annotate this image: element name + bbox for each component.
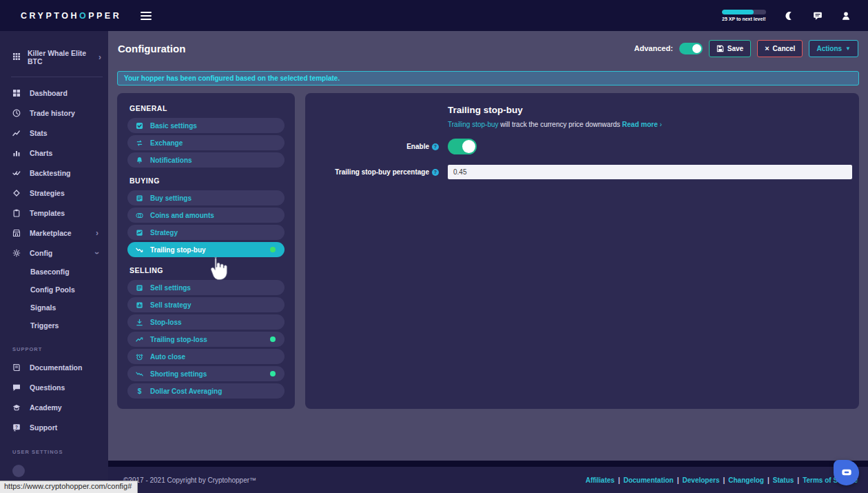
- cancel-button[interactable]: × Cancel: [757, 40, 803, 57]
- advanced-toggle[interactable]: [679, 43, 703, 54]
- xp-progress: 25 XP to next level!: [722, 10, 766, 21]
- sidebar-subitem-baseconfig[interactable]: Baseconfig: [0, 263, 108, 281]
- exchange-icon: [136, 139, 144, 147]
- chat-icon: [12, 383, 21, 392]
- sidebar-item-documentation[interactable]: Documentation: [0, 357, 108, 377]
- alarm-icon: [136, 353, 144, 361]
- save-icon: [716, 45, 724, 52]
- chat-widget-button[interactable]: [834, 460, 859, 485]
- chat-bubble-icon: [840, 466, 854, 480]
- config-nav-trailing-stop-buy[interactable]: Trailing stop-buy: [127, 242, 285, 257]
- config-nav-stop-loss[interactable]: Stop-loss: [127, 314, 285, 330]
- config-nav-basic-settings[interactable]: Basic settings: [127, 118, 285, 133]
- enable-toggle[interactable]: [448, 139, 477, 154]
- clock-icon: [12, 109, 21, 117]
- sidebar-nav: Dashboard Trade history Stats Charts Bac…: [0, 83, 108, 334]
- hopper-selector[interactable]: Killer Whale Elite BTC ›: [0, 31, 108, 77]
- xp-progress-fill: [722, 10, 754, 14]
- actions-dropdown-button[interactable]: Actions ▼: [809, 40, 858, 57]
- footer-link-changelog[interactable]: Changelog: [728, 476, 764, 484]
- close-icon: ×: [765, 45, 769, 52]
- sidebar-item-support[interactable]: ?Support: [0, 417, 108, 437]
- sidebar-item-dashboard[interactable]: Dashboard: [0, 83, 108, 103]
- enable-label: Enable?: [305, 143, 439, 150]
- save-button[interactable]: Save: [709, 40, 751, 57]
- sidebar-item-strategies[interactable]: Strategies: [0, 183, 108, 203]
- enabled-dot: [270, 371, 276, 376]
- sidebar-item-academy[interactable]: Academy: [0, 397, 108, 417]
- gear-icon: [12, 249, 21, 257]
- config-nav-shorting-settings[interactable]: Shorting settings: [127, 366, 285, 381]
- diamond-icon: [12, 189, 21, 197]
- trail-short-icon: [136, 370, 144, 378]
- chevron-down-icon: ›: [93, 252, 101, 254]
- sidebar-item-templates[interactable]: Templates: [0, 203, 108, 223]
- read-more-link[interactable]: Read more: [622, 121, 658, 128]
- sidebar-item-stats[interactable]: Stats: [0, 123, 108, 143]
- footer-links: Affiliates|Documentation|Developers|Chan…: [586, 476, 858, 484]
- xp-progress-bar: [722, 10, 766, 14]
- config-nav-auto-close[interactable]: Auto close: [127, 349, 285, 364]
- messages-icon[interactable]: [813, 11, 823, 21]
- trail-down-icon: [136, 246, 144, 254]
- check-square-icon: [136, 122, 144, 130]
- config-nav-dollar-cost-averaging[interactable]: $Dollar Cost Averaging: [127, 383, 285, 399]
- enable-row: Enable?: [305, 139, 859, 154]
- config-nav-notifications[interactable]: Notifications: [127, 152, 285, 168]
- browser-status-url: https://www.cryptohopper.com/config#: [0, 481, 138, 493]
- footer-strip: [108, 461, 868, 467]
- info-icon[interactable]: ?: [432, 169, 439, 176]
- svg-text:$: $: [138, 388, 142, 395]
- sidebar-subitem-config-pools[interactable]: Config Pools: [0, 281, 108, 299]
- sidebar-subitem-triggers[interactable]: Triggers: [0, 316, 108, 334]
- user-icon[interactable]: [841, 11, 851, 21]
- sidebar-subitem-signals[interactable]: Signals: [0, 299, 108, 316]
- cryptohopper-logo[interactable]: CRYPTOHOPPER: [21, 11, 121, 21]
- chevron-right-icon: ›: [96, 229, 99, 237]
- stop-loss-icon: [136, 319, 144, 326]
- support-section-header: SUPPORT: [0, 334, 108, 357]
- footer-link-documentation[interactable]: Documentation: [623, 476, 674, 484]
- sidebar-divider: [11, 77, 103, 77]
- page-header: Configuration Advanced: Save × Cancel Ac…: [108, 31, 868, 66]
- trend-up-icon: [12, 129, 21, 137]
- config-nav-coins-and-amounts[interactable]: Coins and amounts: [127, 208, 285, 223]
- advanced-label: Advanced:: [634, 44, 673, 52]
- ledger-icon: [136, 284, 144, 292]
- footer-link-developers[interactable]: Developers: [683, 476, 720, 484]
- percentage-row: Trailing stop-buy percentage?: [305, 165, 859, 179]
- svg-text:?: ?: [15, 424, 18, 429]
- percentage-input[interactable]: [448, 165, 852, 179]
- sidebar-item-config[interactable]: Config ›: [0, 243, 108, 263]
- sidebar-item-backtesting[interactable]: Backtesting: [0, 163, 108, 183]
- strategy-square-icon: [136, 229, 144, 237]
- config-nav-sell-strategy[interactable]: Sell strategy: [127, 297, 285, 312]
- sidebar-item-questions[interactable]: Questions: [0, 377, 108, 397]
- dark-mode-icon[interactable]: [785, 11, 794, 21]
- config-nav-panel: GENERAL Basic settings Exchange Notifica…: [117, 93, 295, 409]
- double-check-icon: [12, 169, 21, 177]
- config-section-buying: BUYING: [130, 177, 285, 185]
- dashboard-icon: [12, 89, 21, 97]
- menu-toggle-icon[interactable]: [141, 10, 152, 22]
- bell-icon: [136, 157, 144, 164]
- user-settings-icon: [12, 465, 25, 477]
- footer-link-status[interactable]: Status: [773, 476, 794, 484]
- grad-cap-icon: [12, 403, 21, 412]
- config-nav-trailing-stop-loss[interactable]: Trailing stop-loss: [127, 332, 285, 347]
- config-nav-sell-settings[interactable]: Sell settings: [127, 280, 285, 295]
- sidebar-item-trade-history[interactable]: Trade history: [0, 103, 108, 123]
- footer: ©2017 - 2021 Copyright by Cryptohopper™ …: [108, 467, 868, 493]
- help-icon: ?: [12, 423, 21, 432]
- trailing-stop-buy-link[interactable]: Trailing stop-buy: [448, 121, 499, 128]
- config-nav-strategy[interactable]: Strategy: [127, 225, 285, 240]
- footer-link-affiliates[interactable]: Affiliates: [586, 476, 614, 484]
- info-icon[interactable]: ?: [432, 143, 439, 150]
- sidebar-item-marketplace[interactable]: Marketplace ›: [0, 223, 108, 243]
- shop-icon: [12, 229, 21, 237]
- hopper-grid-icon: [12, 52, 21, 62]
- config-nav-exchange[interactable]: Exchange: [127, 135, 285, 150]
- topbar: CRYPTOHOPPER 25 XP to next level!: [0, 0, 868, 31]
- config-nav-buy-settings[interactable]: Buy settings: [127, 190, 285, 205]
- sidebar-item-charts[interactable]: Charts: [0, 143, 108, 163]
